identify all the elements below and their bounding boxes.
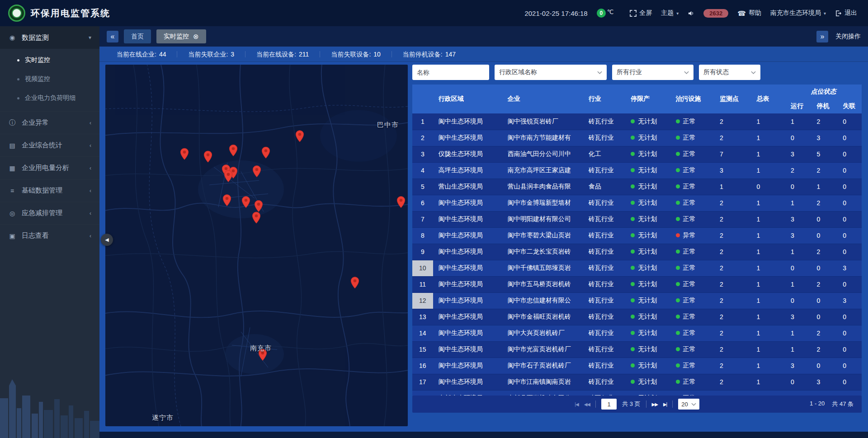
map-pin-icon[interactable]	[296, 131, 303, 142]
table-row[interactable]: 17 阆中生态环境局 阆中市江南镇阆南页岩 砖瓦行业 无计划 正常 2 1 0	[412, 374, 862, 390]
sidebar-submenu-item[interactable]: 视频监控	[0, 70, 99, 89]
limit-status-dot	[631, 363, 635, 367]
row-company[interactable]: 阆中市光富页岩机砖厂	[502, 341, 583, 358]
row-company[interactable]: 南部县页岩机砖有限公	[502, 390, 583, 396]
table-row[interactable]: 18 南部生态环境局 南部县页岩机砖有限公 砖瓦行业 无计划 正常 2 1 0	[412, 390, 862, 396]
map-pin-icon[interactable]	[252, 212, 260, 223]
table-row[interactable]: 3 仪陇生态环境局 西南油气田分公司川中 化工 无计划 正常 7 1 3 5	[412, 146, 862, 162]
current-page-input[interactable]: 1	[601, 399, 617, 410]
table-row[interactable]: 6 阆中生态环境局 阆中市金博瑞新型墙材 砖瓦行业 无计划 正常 2 1 1	[412, 195, 862, 211]
map-pin-icon[interactable]	[262, 147, 269, 158]
sidebar-item-data-monitor[interactable]: ◉ 数据监测 ▾	[0, 26, 99, 49]
theme-dropdown[interactable]: 主题 ▾	[661, 9, 679, 17]
table-row[interactable]: 16 阆中生态环境局 阆中市石子页岩机砖厂 砖瓦行业 无计划 正常 2 1 3	[412, 358, 862, 374]
row-company[interactable]: 营山县润丰肉食品有限	[502, 179, 583, 195]
row-industry: 砖瓦行业	[583, 374, 625, 390]
status-filter-select[interactable]: 所有状态	[699, 65, 760, 80]
table-row[interactable]: 13 阆中生态环境局 阆中市金福旺页岩机砖 砖瓦行业 无计划 正常 2 1 3	[412, 309, 862, 325]
table-row[interactable]: 4 高坪生态环境局 南充市高坪区王家店建 砖瓦行业 无计划 正常 3 1 2	[412, 162, 862, 179]
row-company[interactable]: 阆中市南方节能建材有	[502, 130, 583, 146]
limit-status-dot	[631, 282, 635, 286]
logout-button[interactable]: 退出	[835, 9, 857, 17]
sidebar-submenu-item[interactable]: 企业电力负荷明细	[0, 89, 99, 108]
row-monitor-points: 3	[714, 162, 751, 179]
tabs-scroll-right-button[interactable]: »	[816, 31, 828, 42]
sidebar-menu-item[interactable]: ▤ 企业综合统计 ‹	[0, 134, 99, 156]
row-total-meter: 1	[751, 276, 785, 292]
limit-status-dot	[631, 250, 635, 254]
table-row[interactable]: 9 阆中生态环境局 阆中市二龙长宝页岩砖 砖瓦行业 无计划 正常 2 1 1	[412, 244, 862, 260]
city-skyline-decoration	[0, 370, 99, 438]
facility-status-label: 正常	[683, 248, 696, 255]
sidebar-submenu-item[interactable]: 实时监控	[0, 51, 99, 70]
row-company[interactable]: 西南油气田分公司川中	[502, 146, 583, 162]
sidebar-menu-item[interactable]: ▣ 日志查看 ‹	[0, 224, 99, 247]
prev-page-button[interactable]: ◀◀	[584, 402, 590, 407]
fullscreen-button[interactable]: 全屏	[630, 9, 652, 17]
row-stopped: 2	[811, 113, 838, 130]
next-page-button[interactable]: ▶▶	[652, 402, 658, 407]
industry-filter-select[interactable]: 所有行业	[612, 65, 693, 80]
submenu-item-label: 企业电力负荷明细	[25, 94, 75, 102]
map-pin-icon[interactable]	[229, 145, 237, 156]
tab-realtime-monitor[interactable]: 实时监控 ⊗	[156, 29, 206, 43]
last-page-button[interactable]: ▶|	[663, 402, 667, 407]
row-company[interactable]: 阆中市五马桥页岩机砖	[502, 276, 583, 292]
limit-status-dot	[631, 315, 635, 319]
table-row[interactable]: 2 阆中生态环境局 阆中市南方节能建材有 砖瓦行业 无计划 正常 2 1 0	[412, 130, 862, 146]
row-production-limit: 无计划	[625, 292, 670, 309]
row-company[interactable]: 阆中市金福旺页岩机砖	[502, 309, 583, 325]
row-company[interactable]: 阆中明阳建材有限公司	[502, 211, 583, 227]
row-company[interactable]: 阆中市二龙长宝页岩砖	[502, 244, 583, 260]
map-pin-icon[interactable]	[397, 196, 405, 207]
row-company[interactable]: 阆中市江南镇阆南页岩	[502, 374, 583, 390]
facility-status-label: 正常	[683, 297, 696, 304]
map-pin-icon[interactable]	[351, 277, 359, 288]
table-row[interactable]: 12 阆中生态环境局 阆中市忠信建材有限公 砖瓦行业 无计划 正常 2 1 0	[412, 292, 862, 309]
filter-bar: 行政区域名称 所有行业 所有状态	[412, 65, 862, 80]
row-stopped: 2	[811, 276, 838, 292]
map-pin-icon[interactable]	[180, 148, 188, 160]
first-page-button[interactable]: |◀	[575, 402, 578, 407]
map-pin-icon[interactable]	[204, 151, 212, 162]
table-row[interactable]: 5 营山生态环境局 营山县润丰肉食品有限 食品 无计划 正常 1 0 0 1	[412, 179, 862, 195]
submenu-item-label: 实时监控	[25, 56, 50, 64]
sidebar-menu-item[interactable]: ◎ 应急减排管理 ‹	[0, 202, 99, 224]
sidebar-menu-item[interactable]: ▦ 企业用电量分析 ‹	[0, 156, 99, 179]
table-row[interactable]: 7 阆中生态环境局 阆中明阳建材有限公司 砖瓦行业 无计划 正常 2 1 3	[412, 211, 862, 227]
row-company[interactable]: 阆中强锐页岩砖厂	[502, 113, 583, 130]
sidebar-collapse-button[interactable]: ◀	[101, 234, 113, 246]
org-dropdown[interactable]: 南充市生态环境局 ▾	[770, 9, 826, 17]
page-size-select[interactable]: 20	[678, 399, 699, 410]
row-company[interactable]: 阆中市枣碧大梁山页岩	[502, 227, 583, 244]
row-company[interactable]: 阆中市石子页岩机砖厂	[502, 358, 583, 374]
name-filter-input[interactable]	[412, 65, 489, 80]
sidebar-menu-item[interactable]: ⓘ 企业异常 ‹	[0, 111, 99, 134]
map-panel[interactable]: 巴中市 南充市 遂宁市	[105, 65, 408, 426]
close-operations-button[interactable]: 关闭操作	[835, 33, 861, 41]
table-row[interactable]: 15 阆中生态环境局 阆中市光富页岩机砖厂 砖瓦行业 无计划 正常 2 1 1	[412, 341, 862, 358]
table-row[interactable]: 8 阆中生态环境局 阆中市枣碧大梁山页岩 砖瓦行业 无计划 异常 2 1 3	[412, 227, 862, 244]
range-label: 1 - 20	[810, 400, 825, 408]
row-company[interactable]: 南充市高坪区王家店建	[502, 162, 583, 179]
sidebar-menu-item[interactable]: ≡ 基础数据管理 ‹	[0, 179, 99, 202]
row-production-limit: 无计划	[625, 146, 670, 162]
row-monitor-points: 2	[714, 341, 751, 358]
row-industry: 砖瓦行业	[583, 292, 625, 309]
row-company[interactable]: 阆中市忠信建材有限公	[502, 292, 583, 309]
notice-count-badge[interactable]: 2632	[703, 9, 728, 18]
table-row[interactable]: 10 阆中生态环境局 阆中千佛镇五郎垭页岩 砖瓦行业 无计划 正常 2 1 0	[412, 260, 862, 276]
table-row[interactable]: 14 阆中生态环境局 阆中大兴页岩机砖厂 砖瓦行业 无计划 正常 2 1 1	[412, 325, 862, 341]
tab-close-icon[interactable]: ⊗	[193, 33, 199, 40]
announcement-button[interactable]	[688, 10, 694, 17]
row-company[interactable]: 阆中市金博瑞新型墙材	[502, 195, 583, 211]
row-company[interactable]: 阆中千佛镇五郎垭页岩	[502, 260, 583, 276]
tab-home[interactable]: 首页	[124, 29, 151, 43]
table-row[interactable]: 11 阆中生态环境局 阆中市五马桥页岩机砖 砖瓦行业 无计划 正常 2 1 1	[412, 276, 862, 292]
stat-item: 当前停机设备: 147	[392, 51, 467, 57]
region-filter-select[interactable]: 行政区域名称	[495, 65, 607, 80]
row-company[interactable]: 阆中大兴页岩机砖厂	[502, 325, 583, 341]
table-row[interactable]: 1 阆中生态环境局 阆中强锐页岩砖厂 砖瓦行业 无计划 正常 2 1 1 2	[412, 113, 862, 130]
tabs-scroll-left-button[interactable]: «	[107, 31, 118, 42]
help-button[interactable]: ☎ 帮助	[737, 9, 761, 17]
